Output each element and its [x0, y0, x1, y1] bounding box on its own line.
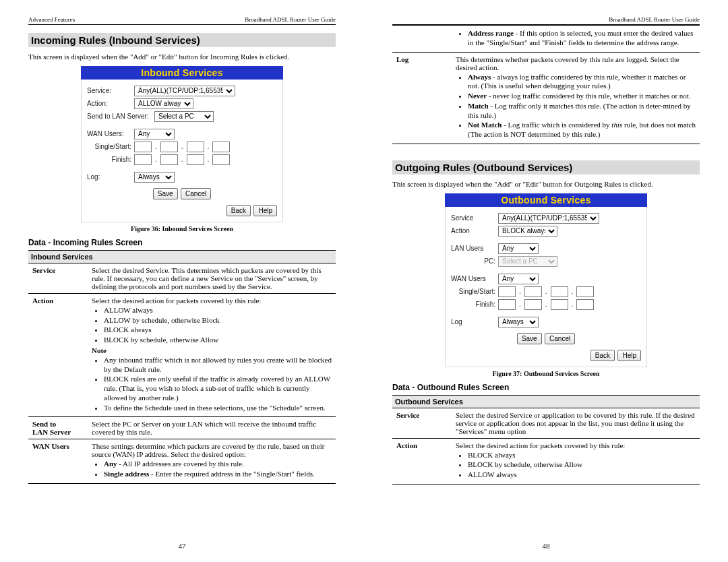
finish-label: Finish:: [451, 301, 495, 308]
finish-label: Finish:: [87, 156, 131, 163]
start-ip-2[interactable]: [160, 142, 178, 152]
pc-select: Select a PC: [498, 256, 557, 267]
start-ip-1[interactable]: [498, 286, 516, 297]
service-label: Service: [451, 214, 495, 222]
finish-ip-3[interactable]: [187, 154, 204, 165]
finish-ip-1[interactable]: [498, 299, 516, 310]
row-label: Send toLAN Server: [28, 417, 88, 439]
cancel-button[interactable]: Cancel: [181, 188, 211, 199]
figure-caption: Figure 36: Inbound Services Screen: [28, 225, 336, 232]
save-button[interactable]: Save: [153, 188, 178, 199]
list-item: Not Match - Log traffic which is conside…: [468, 121, 696, 139]
finish-ip-2[interactable]: [160, 154, 178, 165]
service-select[interactable]: Any(ALL)(TCP/UDP:1,65535): [134, 86, 235, 96]
page-number: 48: [364, 542, 728, 550]
list-item: Never - never log traffic considered by …: [468, 92, 696, 101]
table-header: Inbound Services: [28, 250, 336, 263]
header-left: Advanced Features: [28, 16, 75, 23]
lan-users-label: LAN Users: [451, 245, 495, 252]
wan-users-select[interactable]: Any: [134, 129, 175, 139]
finish-ip-4[interactable]: [212, 154, 230, 165]
data-heading: Data - Incoming Rules Screen: [28, 238, 336, 247]
row-label: Action: [392, 438, 452, 484]
single-start-label: Single/Start:: [87, 143, 131, 150]
list-item: Match - Log traffic only it matches this…: [468, 102, 696, 121]
page-header: Broadband ADSL Router User Guide: [392, 16, 700, 25]
table-row: Action Select the desired action for pac…: [28, 293, 336, 417]
list-item: BLOCK always: [104, 325, 332, 335]
cancel-button[interactable]: Cancel: [545, 333, 575, 344]
pc-label: PC:: [451, 257, 495, 265]
list-item: ALLOW always: [104, 306, 332, 315]
list-item: Any - All IP addresses are covered by th…: [104, 460, 332, 469]
table-header: Outbound Services: [392, 395, 700, 408]
row-content: Select the desired action for packets co…: [452, 438, 700, 484]
outbound-services-panel: Outbound Services Service Any(ALL)(TCP/U…: [445, 193, 647, 367]
row-content: Address range - If this option is select…: [452, 26, 700, 53]
list-item: BLOCK rules are only useful if the traff…: [104, 375, 332, 402]
header-right: Broadband ADSL Router User Guide: [245, 16, 336, 23]
list-item: Single address - Enter the required addr…: [104, 470, 332, 479]
row-text: Select the PC or Server on your LAN whic…: [88, 417, 336, 439]
start-ip-4[interactable]: [576, 286, 594, 297]
start-ip-2[interactable]: [524, 286, 542, 297]
finish-ip-2[interactable]: [524, 299, 542, 310]
action-select[interactable]: BLOCK always: [498, 226, 557, 237]
start-ip-1[interactable]: [134, 142, 152, 152]
table-row: Send toLAN Server Select the PC or Serve…: [28, 417, 336, 439]
row-label: Service: [392, 408, 452, 438]
list-item: ALLOW always: [468, 470, 696, 480]
send-to-label: Send to LAN Server:: [87, 113, 152, 120]
finish-ip-4[interactable]: [576, 299, 594, 310]
log-select[interactable]: Always: [134, 172, 175, 183]
service-label: Service:: [87, 87, 131, 94]
action-select[interactable]: ALLOW always: [134, 98, 193, 109]
single-start-label: Single/Start:: [451, 288, 495, 295]
log-label: Log: [451, 318, 495, 325]
page-left: Advanced Features Broadband ADSL Router …: [0, 0, 364, 562]
service-select[interactable]: Any(ALL)(TCP/UDP:1,65535): [498, 213, 599, 224]
table-row: Service Select the desired Service. This…: [28, 263, 336, 293]
table-row: Address range - If this option is select…: [392, 26, 700, 53]
row-text: Select the desired Service. This determi…: [88, 263, 336, 293]
log-label: Log:: [87, 173, 131, 181]
list-item: BLOCK by schedule, otherwise Allow: [468, 460, 696, 470]
send-to-select[interactable]: Select a PC: [154, 111, 214, 122]
start-ip-4[interactable]: [212, 142, 230, 152]
section-intro: This screen is displayed when the "Add" …: [28, 53, 336, 62]
data-heading: Data - Outbound Rules Screen: [392, 383, 700, 392]
table-row: Log This determines whether packets cove…: [392, 52, 700, 144]
wan-users-label: WAN Users: [451, 275, 495, 282]
inbound-rules-table: Inbound Services Service Select the desi…: [28, 250, 336, 484]
start-ip-3[interactable]: [187, 142, 204, 152]
start-ip-3[interactable]: [551, 286, 568, 297]
wan-users-label: WAN Users:: [87, 130, 131, 137]
row-label: Service: [28, 263, 88, 293]
lan-users-select[interactable]: Any: [498, 243, 539, 254]
section-heading-inbound: Incoming Rules (Inbound Services): [28, 33, 336, 47]
list-item: Address range - If this option is select…: [468, 29, 696, 48]
inbound-rules-table-continued: Address range - If this option is select…: [392, 25, 700, 144]
action-label: Action:: [87, 100, 131, 107]
log-select[interactable]: Always: [498, 317, 539, 327]
finish-ip-1[interactable]: [134, 154, 152, 165]
note-label: Note: [92, 346, 107, 354]
panel-title: Inbound Services: [81, 66, 283, 80]
help-button[interactable]: Help: [253, 205, 277, 216]
row-content: These settings determine which packets a…: [88, 439, 336, 484]
list-item: BLOCK always: [468, 451, 696, 460]
back-button[interactable]: Back: [590, 350, 615, 361]
wan-users-select[interactable]: Any: [498, 274, 539, 284]
back-button[interactable]: Back: [226, 205, 251, 216]
save-button[interactable]: Save: [517, 333, 542, 344]
table-row: WAN Users These settings determine which…: [28, 439, 336, 484]
page-number: 47: [0, 542, 364, 550]
finish-ip-3[interactable]: [551, 299, 568, 310]
section-intro: This screen is displayed when the "Add" …: [392, 180, 700, 189]
list-item: Any inbound traffic which is not allowed…: [104, 356, 332, 375]
help-button[interactable]: Help: [617, 350, 641, 361]
list-item: ALLOW by schedule, otherwise Block: [104, 316, 332, 325]
row-content: This determines whether packets covered …: [452, 52, 700, 144]
header-right: Broadband ADSL Router User Guide: [609, 16, 700, 23]
row-text: Select the desired Service or applicatio…: [452, 408, 700, 438]
